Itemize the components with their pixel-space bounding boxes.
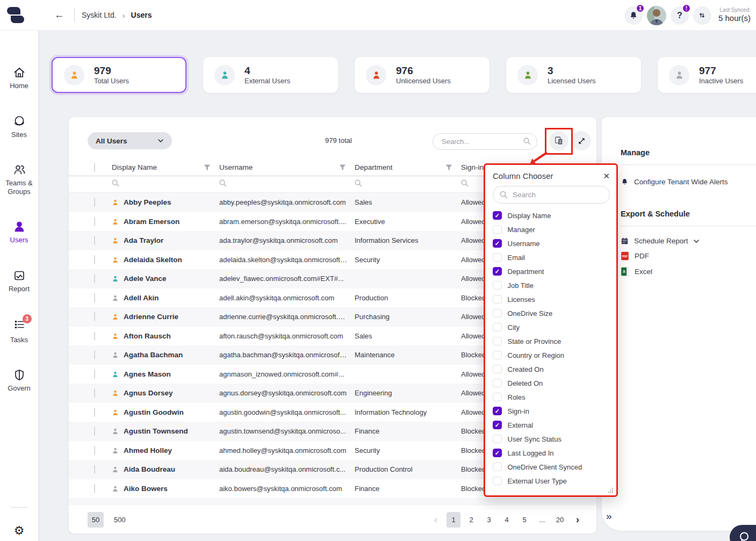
column-option[interactable]: Deleted On — [493, 376, 610, 390]
row-checkbox[interactable] — [94, 274, 95, 283]
sidebar-item-sites[interactable]: Sites — [0, 115, 38, 139]
column-option[interactable]: Country or Region — [493, 348, 610, 362]
filter-funnel-icon[interactable] — [339, 164, 346, 171]
sidebar-item-home[interactable]: Home — [0, 66, 38, 90]
filter-funnel-icon[interactable] — [445, 164, 452, 171]
column-option[interactable]: OneDrive Size — [493, 306, 610, 320]
page-button[interactable]: 20 — [553, 512, 567, 528]
export-excel-link[interactable]: X Excel — [621, 267, 756, 276]
sync-button[interactable] — [693, 6, 711, 25]
column-checkbox[interactable] — [493, 463, 502, 472]
column-checkbox[interactable] — [493, 323, 502, 332]
sidebar-item-tasks[interactable]: 3 Tasks — [0, 318, 38, 344]
column-checkbox[interactable] — [493, 309, 502, 318]
column-option[interactable]: Username — [493, 236, 610, 250]
column-checkbox[interactable] — [493, 239, 502, 248]
column-option[interactable]: Manager — [493, 222, 610, 236]
settings-gear-icon[interactable]: ⚙ — [14, 525, 25, 537]
column-option[interactable]: Sign-in — [493, 404, 610, 418]
column-option[interactable]: Job Title — [493, 278, 610, 292]
column-checkbox[interactable] — [493, 225, 502, 234]
back-button[interactable]: ← — [51, 9, 68, 21]
expand-button[interactable] — [572, 131, 591, 150]
sidebar-item-report[interactable]: Report — [0, 269, 38, 293]
select-all-checkbox[interactable] — [94, 163, 95, 172]
search-input[interactable] — [433, 133, 537, 150]
column-checkbox[interactable] — [493, 211, 502, 220]
collapse-panel-button[interactable]: » — [606, 510, 612, 522]
column-option[interactable]: OneDrive Client Synced — [493, 460, 610, 474]
next-page-button[interactable]: › — [571, 514, 585, 525]
page-button[interactable]: 4 — [500, 512, 514, 528]
column-chooser-button[interactable] — [549, 131, 568, 150]
page-button[interactable]: 5 — [517, 512, 531, 528]
column-checkbox[interactable] — [493, 407, 502, 416]
column-checkbox[interactable] — [493, 393, 502, 402]
column-option[interactable]: Email — [493, 250, 610, 264]
column-option[interactable]: State or Province — [493, 334, 610, 348]
users-filter-dropdown[interactable]: All Users — [88, 132, 172, 149]
column-checkbox[interactable] — [493, 435, 502, 444]
page-button[interactable]: ... — [535, 512, 549, 528]
close-icon[interactable]: ✕ — [603, 172, 610, 180]
column-checkbox[interactable] — [493, 449, 502, 458]
notifications-button[interactable]: 1 — [624, 6, 643, 25]
row-checkbox[interactable] — [94, 388, 95, 398]
export-pdf-link[interactable]: PDF PDF — [621, 251, 756, 261]
row-checkbox[interactable] — [94, 350, 95, 359]
avatar[interactable] — [647, 6, 666, 25]
column-option[interactable]: External User Type — [493, 474, 610, 488]
column-option[interactable]: User Sync Status — [493, 432, 610, 446]
summary-card[interactable]: 4 External Users — [203, 57, 338, 93]
column-header-department[interactable]: Department — [355, 163, 461, 171]
summary-card[interactable]: 979 Total Users — [52, 57, 186, 93]
column-option[interactable]: Licenses — [493, 292, 610, 306]
column-option[interactable]: Last Logged In — [493, 446, 610, 460]
schedule-report-link[interactable]: Schedule Report — [621, 237, 756, 245]
column-checkbox[interactable] — [493, 365, 502, 374]
page-button[interactable]: 2 — [464, 512, 478, 528]
row-checkbox[interactable] — [94, 312, 95, 321]
column-checkbox[interactable] — [493, 379, 502, 388]
page-size-button[interactable]: 50 — [88, 512, 104, 528]
column-checkbox[interactable] — [493, 477, 502, 486]
column-checkbox[interactable] — [493, 281, 502, 290]
row-checkbox[interactable] — [94, 427, 95, 436]
chat-button[interactable] — [730, 525, 756, 541]
column-checkbox[interactable] — [493, 267, 502, 276]
row-checkbox[interactable] — [94, 370, 95, 379]
summary-card[interactable]: 3 Licensed Users — [506, 57, 641, 93]
column-option[interactable]: City — [493, 320, 610, 334]
summary-card[interactable]: 976 Unlicensed Users — [355, 57, 489, 93]
column-checkbox[interactable] — [493, 337, 502, 346]
filter-department[interactable] — [355, 179, 461, 189]
row-checkbox[interactable] — [94, 293, 95, 302]
column-checkbox[interactable] — [493, 295, 502, 304]
column-checkbox[interactable] — [493, 421, 502, 430]
sidebar-item-govern[interactable]: Govern — [0, 369, 38, 393]
syskit-logo-icon[interactable] — [7, 6, 24, 24]
page-button[interactable]: 3 — [482, 512, 496, 528]
row-checkbox[interactable] — [94, 484, 95, 493]
configure-alerts-link[interactable]: Configure Tenant Wide Alerts — [621, 178, 756, 186]
help-button[interactable]: ? ! — [671, 6, 689, 25]
column-checkbox[interactable] — [493, 253, 502, 262]
row-checkbox[interactable] — [94, 198, 95, 207]
summary-card[interactable]: 977 Inactive Users — [658, 57, 756, 93]
column-header-username[interactable]: Username — [219, 163, 355, 171]
filter-username[interactable] — [219, 179, 355, 189]
row-checkbox[interactable] — [94, 236, 95, 245]
filter-funnel-icon[interactable] — [204, 164, 211, 171]
page-button[interactable]: 1 — [447, 512, 460, 528]
column-checkbox[interactable] — [493, 351, 502, 360]
row-checkbox[interactable] — [94, 465, 95, 474]
row-checkbox[interactable] — [94, 255, 95, 264]
row-checkbox[interactable] — [94, 408, 95, 417]
column-option[interactable]: Roles — [493, 390, 610, 404]
column-option[interactable]: Display Name — [493, 208, 610, 222]
row-checkbox[interactable] — [94, 331, 95, 341]
prev-page-button[interactable]: ‹ — [429, 514, 443, 525]
breadcrumb-org[interactable]: Syskit Ltd. — [82, 11, 117, 19]
column-option[interactable]: External — [493, 418, 610, 432]
row-checkbox[interactable] — [94, 446, 95, 455]
